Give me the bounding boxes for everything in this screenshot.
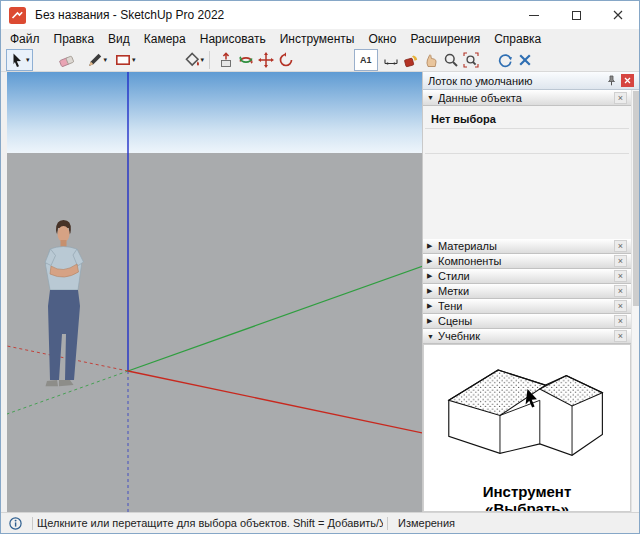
zoom-extents-icon (463, 52, 479, 68)
window-title: Без названия - SketchUp Pro 2022 (35, 8, 224, 22)
model-info-button[interactable] (495, 49, 515, 71)
panel-label: Учебник (438, 330, 614, 342)
panel-close-button[interactable]: × (614, 240, 627, 252)
a1-label: A1 (357, 53, 375, 67)
orbit-tool[interactable] (236, 49, 256, 71)
minimize-button[interactable] (513, 1, 555, 29)
panel-close-button[interactable]: × (614, 270, 627, 282)
magnifier-icon (443, 52, 459, 68)
panel-close-button[interactable]: × (614, 285, 627, 297)
divider (425, 153, 629, 154)
statusbar-separator (387, 517, 388, 530)
menu-extensions[interactable]: Расширения (403, 30, 487, 48)
push-pull-icon (218, 52, 234, 68)
close-button[interactable] (597, 1, 639, 29)
push-pull-tool[interactable] (216, 49, 236, 71)
blue-x-icon (517, 52, 533, 68)
instructor-heading-1: Инструмент (424, 483, 630, 500)
maximize-button[interactable] (555, 1, 597, 29)
menu-edit[interactable]: Правка (47, 30, 102, 48)
menu-tools[interactable]: Инструменты (273, 30, 362, 48)
zoom-tool[interactable] (441, 49, 461, 71)
panel-header-scenes[interactable]: ▶ Сцены × (423, 314, 631, 329)
expand-arrow-icon[interactable]: ▶ (427, 242, 438, 250)
panel-label: Стили (438, 270, 614, 282)
rotate-tool[interactable] (276, 49, 296, 71)
expand-arrow-icon[interactable]: ▶ (427, 317, 438, 325)
expand-arrow-icon[interactable]: ▶ (427, 257, 438, 265)
scrollbar-thumb[interactable] (633, 91, 639, 306)
rectangle-tool[interactable]: ▾ (113, 49, 138, 71)
toolbar-separator (209, 51, 210, 69)
dimension-tool[interactable] (381, 49, 401, 71)
paint-bucket-icon (184, 52, 200, 68)
dropdown-caret-icon[interactable]: ▾ (26, 56, 30, 64)
tray-scrollbar[interactable] (631, 90, 639, 512)
panel-close-button[interactable]: × (614, 315, 627, 327)
tray-header[interactable]: Лоток по умолчанию (423, 72, 639, 90)
panel-close-button[interactable]: × (614, 330, 627, 342)
pin-icon (606, 75, 617, 86)
expand-arrow-icon[interactable]: ▶ (427, 302, 438, 310)
expand-arrow-icon[interactable]: ▶ (427, 272, 438, 280)
panel-header-components[interactable]: ▶ Компоненты × (423, 254, 631, 269)
pencil-tool[interactable]: ▾ (85, 49, 110, 71)
hand-icon (423, 52, 439, 68)
panel-label: Сцены (438, 315, 614, 327)
eraser-icon (59, 52, 75, 68)
selection-status: Нет выбора (431, 113, 631, 125)
menu-file[interactable]: Файл (3, 30, 47, 48)
panel-close-button[interactable]: × (614, 300, 627, 312)
dropdown-caret-icon[interactable]: ▾ (201, 56, 205, 64)
entity-info-content: Нет выбора (423, 106, 631, 239)
select-tool[interactable]: ▾ (6, 49, 33, 71)
viewport-canvas[interactable] (7, 72, 422, 512)
measurements-label: Измерения (398, 517, 455, 529)
eraser-tool[interactable] (57, 49, 77, 71)
paint-bucket-tool[interactable]: ▾ (182, 49, 207, 71)
walk-tool[interactable] (421, 49, 441, 71)
materials-icon (403, 52, 419, 68)
info-icon (9, 517, 22, 530)
select-arrow-icon (9, 52, 25, 68)
panel-label: Материалы (438, 240, 614, 252)
orbit-icon (238, 52, 254, 68)
panel-close-button[interactable]: × (614, 92, 627, 104)
panel-label: Метки (438, 285, 614, 297)
pan-icon (258, 52, 274, 68)
dropdown-caret-icon[interactable]: ▾ (132, 56, 136, 64)
pencil-icon (87, 52, 103, 68)
panel-header-shadows[interactable]: ▶ Тени × (423, 299, 631, 314)
expand-arrow-icon[interactable]: ▶ (427, 287, 438, 295)
refresh-view-icon (497, 52, 513, 68)
tray-close-button[interactable] (621, 74, 634, 87)
instructor-illustration (437, 351, 617, 479)
instructor-content: Инструмент «Выбрать» (423, 344, 631, 512)
zoom-extents-button[interactable] (461, 49, 481, 71)
panel-header-entity-info[interactable]: ▼ Данные объекта × (423, 90, 631, 106)
materials-tool[interactable] (401, 49, 421, 71)
preferences-button[interactable] (515, 49, 535, 71)
collapse-arrow-icon[interactable]: ▼ (427, 94, 438, 101)
panel-header-materials[interactable]: ▶ Материалы × (423, 239, 631, 254)
measurements-input[interactable] (455, 516, 639, 531)
pan-tool[interactable] (256, 49, 276, 71)
menu-draw[interactable]: Нарисовать (193, 30, 273, 48)
panel-label: Компоненты (438, 255, 614, 267)
panel-header-tags[interactable]: ▶ Метки × (423, 284, 631, 299)
menu-help[interactable]: Справка (487, 30, 548, 48)
menu-camera[interactable]: Камера (137, 30, 193, 48)
info-button[interactable] (9, 517, 22, 530)
menu-view[interactable]: Вид (101, 30, 137, 48)
viewport (1, 72, 422, 512)
panel-header-instructor[interactable]: ▼ Учебник × (423, 329, 631, 344)
dropdown-caret-icon[interactable]: ▾ (104, 56, 108, 64)
pin-button[interactable] (604, 75, 618, 86)
collapse-arrow-icon[interactable]: ▼ (427, 333, 438, 340)
text-a1-button[interactable]: A1 (354, 49, 378, 71)
panel-header-styles[interactable]: ▶ Стили × (423, 269, 631, 284)
menu-window[interactable]: Окно (361, 30, 403, 48)
sky (7, 72, 422, 153)
panel-close-button[interactable]: × (614, 255, 627, 267)
default-tray: Лоток по умолчанию ▼ Данные объекта × Не… (422, 72, 639, 512)
